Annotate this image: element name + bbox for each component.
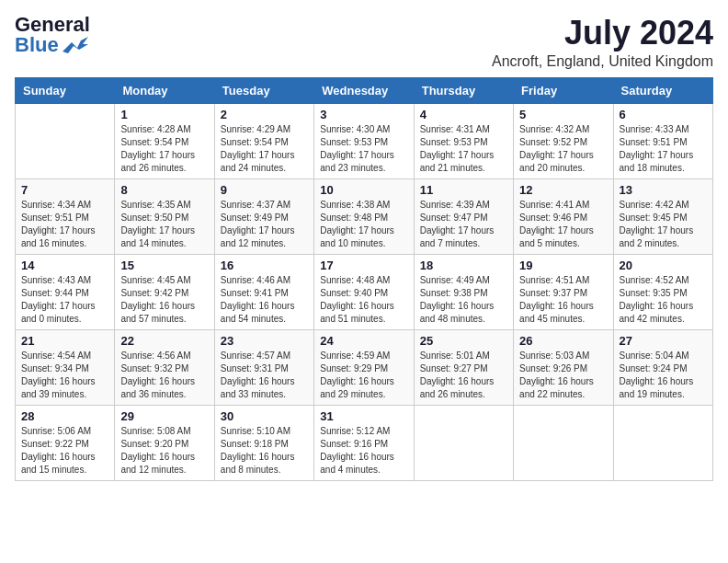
day-info: Sunrise: 4:39 AM Sunset: 9:47 PM Dayligh…	[420, 199, 507, 250]
day-number: 19	[519, 259, 607, 272]
calendar-cell	[16, 103, 115, 178]
calendar-week-row: 1Sunrise: 4:28 AM Sunset: 9:54 PM Daylig…	[16, 103, 713, 178]
svg-marker-0	[63, 37, 88, 53]
day-number: 18	[420, 259, 507, 272]
day-info: Sunrise: 4:34 AM Sunset: 9:51 PM Dayligh…	[21, 199, 108, 250]
day-number: 21	[21, 334, 108, 348]
calendar-cell: 19Sunrise: 4:51 AM Sunset: 9:37 PM Dayli…	[514, 254, 613, 329]
weekday-header-tuesday: Tuesday	[214, 77, 313, 103]
day-number: 25	[420, 334, 507, 348]
day-number: 9	[221, 183, 308, 197]
logo: General Blue	[15, 15, 90, 55]
day-number: 13	[620, 183, 707, 197]
day-info: Sunrise: 4:48 AM Sunset: 9:40 PM Dayligh…	[320, 274, 407, 326]
logo-bird-icon	[63, 35, 88, 55]
day-info: Sunrise: 5:06 AM Sunset: 9:22 PM Dayligh…	[21, 425, 108, 477]
day-info: Sunrise: 5:01 AM Sunset: 9:27 PM Dayligh…	[420, 350, 507, 401]
day-number: 17	[320, 259, 407, 272]
calendar-cell: 22Sunrise: 4:56 AM Sunset: 9:32 PM Dayli…	[115, 329, 214, 405]
day-info: Sunrise: 4:51 AM Sunset: 9:37 PM Dayligh…	[519, 274, 607, 326]
day-number: 2	[221, 108, 308, 121]
weekday-header-saturday: Saturday	[613, 77, 712, 103]
day-number: 26	[519, 334, 607, 348]
calendar-cell: 9Sunrise: 4:37 AM Sunset: 9:49 PM Daylig…	[214, 178, 313, 254]
calendar-cell: 12Sunrise: 4:41 AM Sunset: 9:46 PM Dayli…	[514, 178, 613, 254]
calendar-cell: 4Sunrise: 4:31 AM Sunset: 9:53 PM Daylig…	[414, 103, 513, 178]
weekday-header-wednesday: Wednesday	[314, 77, 414, 103]
day-info: Sunrise: 5:12 AM Sunset: 9:16 PM Dayligh…	[320, 425, 407, 477]
calendar-cell: 29Sunrise: 5:08 AM Sunset: 9:20 PM Dayli…	[115, 405, 214, 480]
calendar-cell: 15Sunrise: 4:45 AM Sunset: 9:42 PM Dayli…	[115, 254, 214, 329]
day-info: Sunrise: 4:33 AM Sunset: 9:51 PM Dayligh…	[620, 123, 707, 175]
calendar-cell: 10Sunrise: 4:38 AM Sunset: 9:48 PM Dayli…	[314, 178, 414, 254]
title-area: July 2024 Ancroft, England, United Kingd…	[492, 15, 713, 70]
day-info: Sunrise: 4:42 AM Sunset: 9:45 PM Dayligh…	[620, 199, 707, 250]
calendar-cell: 13Sunrise: 4:42 AM Sunset: 9:45 PM Dayli…	[613, 178, 712, 254]
weekday-header-monday: Monday	[115, 77, 214, 103]
calendar-cell: 24Sunrise: 4:59 AM Sunset: 9:29 PM Dayli…	[314, 329, 414, 405]
day-number: 4	[420, 108, 507, 121]
day-number: 11	[420, 183, 507, 197]
calendar-table: SundayMondayTuesdayWednesdayThursdayFrid…	[15, 77, 713, 481]
calendar-cell: 27Sunrise: 5:04 AM Sunset: 9:24 PM Dayli…	[613, 329, 712, 405]
day-number: 23	[221, 334, 308, 348]
day-info: Sunrise: 4:29 AM Sunset: 9:54 PM Dayligh…	[221, 123, 308, 175]
day-info: Sunrise: 4:32 AM Sunset: 9:52 PM Dayligh…	[519, 123, 607, 175]
weekday-header-row: SundayMondayTuesdayWednesdayThursdayFrid…	[16, 77, 713, 103]
calendar-cell: 26Sunrise: 5:03 AM Sunset: 9:26 PM Dayli…	[514, 329, 613, 405]
day-info: Sunrise: 4:43 AM Sunset: 9:44 PM Dayligh…	[21, 274, 108, 326]
calendar-cell: 1Sunrise: 4:28 AM Sunset: 9:54 PM Daylig…	[115, 103, 214, 178]
day-number: 20	[620, 259, 707, 272]
day-info: Sunrise: 4:38 AM Sunset: 9:48 PM Dayligh…	[320, 199, 407, 250]
calendar-cell: 6Sunrise: 4:33 AM Sunset: 9:51 PM Daylig…	[613, 103, 712, 178]
calendar-week-row: 14Sunrise: 4:43 AM Sunset: 9:44 PM Dayli…	[16, 254, 713, 329]
day-info: Sunrise: 5:03 AM Sunset: 9:26 PM Dayligh…	[519, 350, 607, 401]
calendar-cell: 2Sunrise: 4:29 AM Sunset: 9:54 PM Daylig…	[214, 103, 313, 178]
calendar-cell: 23Sunrise: 4:57 AM Sunset: 9:31 PM Dayli…	[214, 329, 313, 405]
location-title: Ancroft, England, United Kingdom	[492, 53, 713, 70]
day-number: 10	[320, 183, 407, 197]
day-number: 16	[221, 259, 308, 272]
day-info: Sunrise: 4:49 AM Sunset: 9:38 PM Dayligh…	[420, 274, 507, 326]
calendar-cell: 28Sunrise: 5:06 AM Sunset: 9:22 PM Dayli…	[16, 405, 115, 480]
day-info: Sunrise: 5:10 AM Sunset: 9:18 PM Dayligh…	[221, 425, 308, 477]
day-number: 3	[320, 108, 407, 121]
day-number: 28	[21, 409, 108, 423]
calendar-cell	[514, 405, 613, 480]
day-info: Sunrise: 5:04 AM Sunset: 9:24 PM Dayligh…	[620, 350, 707, 401]
calendar-cell: 18Sunrise: 4:49 AM Sunset: 9:38 PM Dayli…	[414, 254, 513, 329]
logo-general: General	[15, 15, 90, 35]
calendar-cell	[414, 405, 513, 480]
calendar-cell: 5Sunrise: 4:32 AM Sunset: 9:52 PM Daylig…	[514, 103, 613, 178]
logo-blue: Blue	[15, 35, 59, 55]
day-number: 14	[21, 259, 108, 272]
calendar-cell: 21Sunrise: 4:54 AM Sunset: 9:34 PM Dayli…	[16, 329, 115, 405]
calendar-cell: 17Sunrise: 4:48 AM Sunset: 9:40 PM Dayli…	[314, 254, 414, 329]
calendar-cell: 31Sunrise: 5:12 AM Sunset: 9:16 PM Dayli…	[314, 405, 414, 480]
page-header: General Blue July 2024 Ancroft, England,…	[15, 15, 713, 70]
calendar-cell: 7Sunrise: 4:34 AM Sunset: 9:51 PM Daylig…	[16, 178, 115, 254]
calendar-week-row: 28Sunrise: 5:06 AM Sunset: 9:22 PM Dayli…	[16, 405, 713, 480]
weekday-header-thursday: Thursday	[414, 77, 513, 103]
day-info: Sunrise: 4:30 AM Sunset: 9:53 PM Dayligh…	[320, 123, 407, 175]
day-number: 5	[519, 108, 607, 121]
calendar-cell: 3Sunrise: 4:30 AM Sunset: 9:53 PM Daylig…	[314, 103, 414, 178]
month-title: July 2024	[492, 15, 713, 52]
calendar-cell: 25Sunrise: 5:01 AM Sunset: 9:27 PM Dayli…	[414, 329, 513, 405]
day-number: 7	[21, 183, 108, 197]
day-info: Sunrise: 4:31 AM Sunset: 9:53 PM Dayligh…	[420, 123, 507, 175]
day-number: 31	[320, 409, 407, 423]
day-number: 12	[519, 183, 607, 197]
calendar-cell	[613, 405, 712, 480]
day-number: 27	[620, 334, 707, 348]
day-info: Sunrise: 4:54 AM Sunset: 9:34 PM Dayligh…	[21, 350, 108, 401]
calendar-week-row: 21Sunrise: 4:54 AM Sunset: 9:34 PM Dayli…	[16, 329, 713, 405]
day-info: Sunrise: 4:46 AM Sunset: 9:41 PM Dayligh…	[221, 274, 308, 326]
weekday-header-sunday: Sunday	[16, 77, 115, 103]
day-info: Sunrise: 4:59 AM Sunset: 9:29 PM Dayligh…	[320, 350, 407, 401]
day-number: 15	[120, 259, 208, 272]
day-info: Sunrise: 4:52 AM Sunset: 9:35 PM Dayligh…	[620, 274, 707, 326]
day-info: Sunrise: 4:45 AM Sunset: 9:42 PM Dayligh…	[120, 274, 208, 326]
calendar-cell: 30Sunrise: 5:10 AM Sunset: 9:18 PM Dayli…	[214, 405, 313, 480]
calendar-cell: 14Sunrise: 4:43 AM Sunset: 9:44 PM Dayli…	[16, 254, 115, 329]
